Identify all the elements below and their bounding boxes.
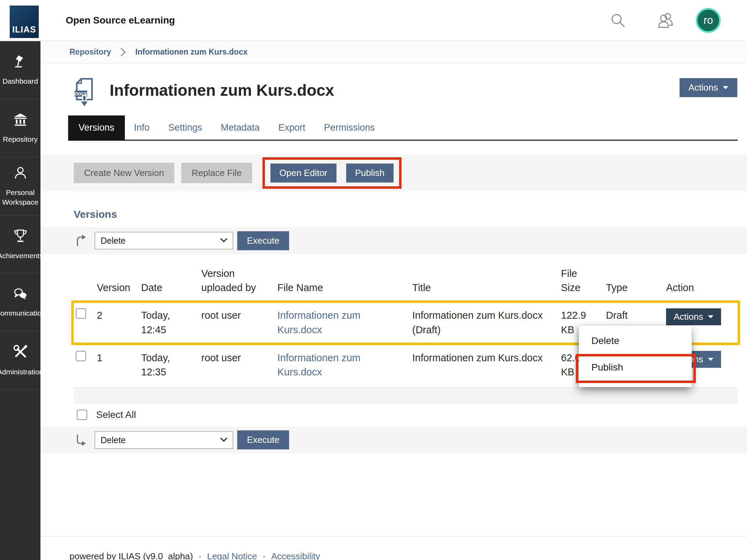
breadcrumb-repository-link[interactable]: Repository xyxy=(70,47,111,57)
sidebar-item-label: Communication xyxy=(0,308,47,318)
cell-date: Today, 12:45 xyxy=(136,303,196,342)
docx-file-icon: DOCX xyxy=(74,77,95,110)
sidebar-item-label: Dashboard xyxy=(1,76,39,86)
trophy-icon xyxy=(13,228,28,245)
bulk-action-select-wrap: Delete xyxy=(95,431,233,449)
sidebar-item-label: Personal Workspace xyxy=(0,188,40,207)
row-checkbox-version-2[interactable] xyxy=(76,308,86,319)
breadcrumb: Repository Informationen zum Kurs.docx xyxy=(40,41,747,64)
powered-by-text: powered by ILIAS (v9.0_alpha) xyxy=(70,551,193,560)
file-name-link[interactable]: Informationen zum Kurs.docx xyxy=(277,352,360,377)
ilias-logo-text: ILIAS xyxy=(12,25,36,35)
caret-down-icon xyxy=(708,358,713,361)
caret-down-icon xyxy=(723,86,728,89)
versions-table: Version Date Version uploaded by File Na… xyxy=(74,258,738,404)
sidebar: Dashboard Repository Personal Workspace xyxy=(0,41,40,560)
select-all-checkbox[interactable] xyxy=(77,410,87,420)
cell-date: Today, 12:35 xyxy=(136,345,196,387)
sidebar-item-repository[interactable]: Repository xyxy=(0,99,40,157)
replace-file-button[interactable]: Replace File xyxy=(181,163,252,183)
sidebar-item-personal-workspace[interactable]: Personal Workspace xyxy=(0,157,40,215)
page-actions-button[interactable]: Actions xyxy=(680,78,737,97)
annotation-red-box-publish: Publish xyxy=(576,354,696,383)
cell-uploaded-by: root user xyxy=(196,303,272,342)
execute-button-top[interactable]: Execute xyxy=(237,231,289,250)
person-icon xyxy=(13,166,28,182)
versions-heading: Versions xyxy=(74,208,747,220)
row-checkbox-version-1[interactable] xyxy=(76,351,86,361)
col-header-version: Version xyxy=(92,272,136,300)
col-header-action: Action xyxy=(661,272,738,300)
tab-export[interactable]: Export xyxy=(269,115,315,140)
cell-title: Informationen zum Kurs.docx (Draft) xyxy=(407,303,556,342)
top-bar: ILIAS Open Source eLearning ro xyxy=(0,0,747,41)
avatar[interactable]: ro xyxy=(696,8,721,33)
sidebar-item-achievements[interactable]: Achievements xyxy=(0,215,40,273)
who-is-online-icon[interactable] xyxy=(656,12,675,29)
col-header-file-size: File Size xyxy=(556,258,601,300)
arrow-turn-down-right-icon xyxy=(75,434,86,446)
select-all-row: Select All xyxy=(77,409,747,420)
page-title: Informationen zum Kurs.docx xyxy=(110,81,334,100)
bulk-action-select-bottom[interactable]: Delete xyxy=(95,431,233,449)
sidebar-item-label: Repository xyxy=(1,134,39,144)
open-editor-button[interactable]: Open Editor xyxy=(270,164,336,183)
bank-icon xyxy=(12,112,28,129)
caret-down-icon xyxy=(708,315,713,318)
title-row: DOCX Informationen zum Kurs.docx Actions xyxy=(74,76,737,110)
row-actions-label: Actions xyxy=(674,311,703,322)
accessibility-link[interactable]: Accessibility xyxy=(271,551,320,560)
tab-permissions[interactable]: Permissions xyxy=(315,115,384,140)
tools-icon xyxy=(12,344,28,362)
tab-versions[interactable]: Versions xyxy=(68,115,125,140)
cell-uploaded-by: root user xyxy=(196,345,272,387)
cell-version: 1 xyxy=(92,345,136,387)
chevron-right-icon xyxy=(120,47,126,57)
select-all-label: Select All xyxy=(96,409,136,420)
page-actions-label: Actions xyxy=(689,82,718,93)
execute-button-bottom[interactable]: Execute xyxy=(237,430,289,449)
arrow-turn-up-right-icon xyxy=(75,234,86,247)
main-content: Repository Informationen zum Kurs.docx D… xyxy=(40,41,747,560)
col-header-type: Type xyxy=(601,272,661,300)
cell-title: Informationen zum Kurs.docx xyxy=(407,345,556,387)
create-new-version-button[interactable]: Create New Version xyxy=(74,163,174,183)
table-footer-strip xyxy=(74,387,738,404)
row-actions-button-version-2[interactable]: Actions xyxy=(666,308,721,325)
bulk-action-select-wrap: Delete xyxy=(95,232,233,249)
topbar-right: ro xyxy=(610,8,747,33)
publish-button[interactable]: Publish xyxy=(346,164,394,183)
col-header-file-name: File Name xyxy=(272,272,407,300)
file-name-link[interactable]: Informationen zum Kurs.docx xyxy=(277,310,360,335)
sidebar-item-label: Administration xyxy=(0,367,45,376)
tab-bar: Versions Info Settings Metadata Export P… xyxy=(68,115,738,141)
bulk-action-bar-top: Delete Execute xyxy=(40,227,747,254)
cell-version: 2 xyxy=(92,303,136,342)
footer-separator: · xyxy=(199,551,202,560)
toolbar: Create New Version Replace File Open Edi… xyxy=(40,155,747,191)
bulk-action-select-top[interactable]: Delete xyxy=(95,232,233,249)
sidebar-item-communication[interactable]: Communication xyxy=(0,273,40,332)
desk-lamp-icon xyxy=(13,54,28,71)
legal-notice-link[interactable]: Legal Notice xyxy=(207,551,257,560)
sidebar-item-dashboard[interactable]: Dashboard xyxy=(0,41,40,99)
chat-bubbles-icon xyxy=(12,287,28,303)
bulk-action-bar-bottom: Delete Execute xyxy=(40,427,747,454)
menu-item-publish[interactable]: Publish xyxy=(578,360,693,375)
menu-item-delete[interactable]: Delete xyxy=(579,332,692,352)
tab-settings[interactable]: Settings xyxy=(159,115,212,140)
sidebar-item-administration[interactable]: Administration xyxy=(0,332,40,390)
footer-separator: · xyxy=(262,551,266,560)
ilias-logo[interactable]: ILIAS xyxy=(10,6,39,38)
search-icon[interactable] xyxy=(610,12,626,28)
page-footer: powered by ILIAS (v9.0_alpha)·Legal Noti… xyxy=(40,536,747,560)
tab-metadata[interactable]: Metadata xyxy=(211,115,269,140)
sidebar-item-label: Achievements xyxy=(0,251,44,260)
row-actions-dropdown-menu: Delete Publish xyxy=(579,326,692,387)
tab-info[interactable]: Info xyxy=(125,115,159,140)
col-header-title: Title xyxy=(407,272,556,300)
breadcrumb-current: Informationen zum Kurs.docx xyxy=(135,47,248,57)
header-checkbox-spacer xyxy=(74,286,92,300)
table-header-row: Version Date Version uploaded by File Na… xyxy=(74,258,738,300)
app-title: Open Source eLearning xyxy=(66,15,175,26)
